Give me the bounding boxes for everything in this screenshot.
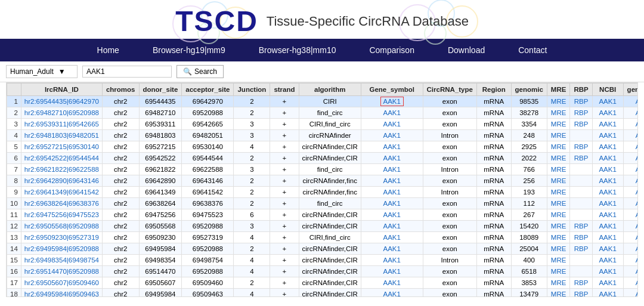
ncbi-cell[interactable]: AAK1: [592, 141, 623, 153]
genecards-cell[interactable]: AAK1: [623, 277, 638, 289]
mre-cell[interactable]: MRE: [547, 107, 570, 119]
genecards-cell[interactable]: AAK1: [623, 175, 638, 187]
rbp-cell[interactable]: RBP: [570, 232, 592, 243]
genecards-cell[interactable]: AAK1: [623, 153, 638, 164]
rbp-cell[interactable]: RBP: [570, 289, 592, 298]
ncbi-cell[interactable]: AAK1: [592, 221, 623, 232]
table-cell[interactable]: hr2:69544435|69642970: [21, 96, 102, 107]
table-cell[interactable]: hr2:69481803|69482051: [21, 130, 102, 141]
table-cell[interactable]: hr2:69638264|69638376: [21, 198, 102, 209]
genecards-cell[interactable]: AAK1: [623, 130, 638, 141]
gene-symbol-cell[interactable]: AAK1: [361, 164, 423, 175]
genecards-cell[interactable]: AAK1: [623, 232, 638, 243]
gene-symbol-cell[interactable]: AAK1: [361, 277, 423, 289]
mre-cell[interactable]: MRE: [547, 187, 570, 198]
table-cell[interactable]: hr2:69514470|69520988: [21, 266, 102, 277]
nav-home[interactable]: Home: [80, 39, 136, 61]
rbp-cell[interactable]: RBP: [570, 96, 592, 107]
ncbi-cell[interactable]: AAK1: [592, 130, 623, 141]
table-cell[interactable]: hr2:69498354|69498754: [21, 255, 102, 266]
mre-cell[interactable]: MRE: [547, 277, 570, 289]
table-cell[interactable]: hr2:69482710|69520988: [21, 107, 102, 119]
ncbi-cell[interactable]: AAK1: [592, 255, 623, 266]
ncbi-cell[interactable]: AAK1: [592, 209, 623, 221]
genecards-cell[interactable]: AAK1: [623, 164, 638, 175]
mre-cell[interactable]: MRE: [547, 153, 570, 164]
gene-symbol-cell[interactable]: AAK1: [361, 266, 423, 277]
genecards-cell[interactable]: AAK1: [623, 255, 638, 266]
mre-cell[interactable]: MRE: [547, 198, 570, 209]
ncbi-cell[interactable]: AAK1: [592, 164, 623, 175]
gene-symbol-cell[interactable]: AAK1: [361, 198, 423, 209]
genecards-cell[interactable]: AAK1: [623, 221, 638, 232]
gene-symbol-cell[interactable]: AAK1: [361, 232, 423, 243]
genecards-cell[interactable]: AAK1: [623, 107, 638, 119]
rbp-cell[interactable]: RBP: [570, 243, 592, 255]
rbp-cell[interactable]: RBP: [570, 221, 592, 232]
search-input[interactable]: [86, 67, 158, 76]
mre-cell[interactable]: MRE: [547, 164, 570, 175]
table-cell[interactable]: hr2:69475256|69475523: [21, 209, 102, 221]
genecards-cell[interactable]: AAK1: [623, 289, 638, 298]
ncbi-cell[interactable]: AAK1: [592, 198, 623, 209]
ncbi-cell[interactable]: AAK1: [592, 187, 623, 198]
gene-symbol-cell[interactable]: AAK1: [361, 221, 423, 232]
gene-symbol-cell[interactable]: AAK1: [361, 289, 423, 298]
gene-symbol-cell[interactable]: AAK1: [361, 175, 423, 187]
ncbi-cell[interactable]: AAK1: [592, 289, 623, 298]
ncbi-cell[interactable]: AAK1: [592, 175, 623, 187]
nav-comparison[interactable]: Comparison: [352, 39, 431, 61]
nav-browser-hg38[interactable]: Browser-hg38|mm10: [242, 39, 353, 61]
ncbi-cell[interactable]: AAK1: [592, 107, 623, 119]
table-cell[interactable]: hr2:69642890|69643146: [21, 175, 102, 187]
ncbi-cell[interactable]: AAK1: [592, 266, 623, 277]
table-cell[interactable]: hr2:69509230|69527319: [21, 232, 102, 243]
genecards-cell[interactable]: AAK1: [623, 187, 638, 198]
rbp-cell[interactable]: RBP: [570, 277, 592, 289]
table-cell[interactable]: hr2:69505607|69509460: [21, 277, 102, 289]
table-cell[interactable]: hr2:69641349|69641542: [21, 187, 102, 198]
gene-symbol-cell[interactable]: AAK1: [361, 187, 423, 198]
table-cell[interactable]: hr2:69621822|69622588: [21, 164, 102, 175]
mre-cell[interactable]: MRE: [547, 266, 570, 277]
table-cell[interactable]: hr2:69539311|69542665: [21, 119, 102, 130]
rbp-cell[interactable]: RBP: [570, 141, 592, 153]
ncbi-cell[interactable]: AAK1: [592, 232, 623, 243]
ncbi-cell[interactable]: AAK1: [592, 153, 623, 164]
genecards-cell[interactable]: AAK1: [623, 141, 638, 153]
rbp-cell[interactable]: RBP: [570, 107, 592, 119]
mre-cell[interactable]: MRE: [547, 255, 570, 266]
genecards-cell[interactable]: AAK1: [623, 198, 638, 209]
ncbi-cell[interactable]: AAK1: [592, 119, 623, 130]
rbp-cell[interactable]: RBP: [570, 119, 592, 130]
ncbi-cell[interactable]: AAK1: [592, 96, 623, 107]
mre-cell[interactable]: MRE: [547, 289, 570, 298]
gene-symbol-cell[interactable]: AAK1: [361, 119, 423, 130]
gene-symbol-cell[interactable]: AAK1: [361, 141, 423, 153]
table-cell[interactable]: hr2:69495984|69509463: [21, 289, 102, 298]
mre-cell[interactable]: MRE: [547, 141, 570, 153]
nav-contact[interactable]: Contact: [501, 39, 564, 61]
table-cell[interactable]: hr2:69505568|69520988: [21, 221, 102, 232]
mre-cell[interactable]: MRE: [547, 232, 570, 243]
table-cell[interactable]: hr2:69495984|69520988: [21, 243, 102, 255]
mre-cell[interactable]: MRE: [547, 209, 570, 221]
genecards-cell[interactable]: AAK1: [623, 119, 638, 130]
ncbi-cell[interactable]: AAK1: [592, 243, 623, 255]
mre-cell[interactable]: MRE: [547, 175, 570, 187]
species-dropdown[interactable]: Human_Adult ▼: [6, 65, 78, 78]
rbp-cell[interactable]: RBP: [570, 153, 592, 164]
mre-cell[interactable]: MRE: [547, 130, 570, 141]
mre-cell[interactable]: MRE: [547, 119, 570, 130]
nav-browser-hg19[interactable]: Browser-hg19|mm9: [136, 39, 242, 61]
gene-symbol-cell[interactable]: AAK1: [361, 107, 423, 119]
gene-symbol-cell[interactable]: AAK1: [361, 96, 423, 107]
gene-symbol-cell[interactable]: AAK1: [361, 153, 423, 164]
genecards-cell[interactable]: AAK1: [623, 266, 638, 277]
gene-symbol-cell[interactable]: AAK1: [361, 209, 423, 221]
gene-symbol-cell[interactable]: AAK1: [361, 255, 423, 266]
mre-cell[interactable]: MRE: [547, 243, 570, 255]
genecards-cell[interactable]: AAK1: [623, 96, 638, 107]
ncbi-cell[interactable]: AAK1: [592, 277, 623, 289]
gene-symbol-cell[interactable]: AAK1: [361, 243, 423, 255]
